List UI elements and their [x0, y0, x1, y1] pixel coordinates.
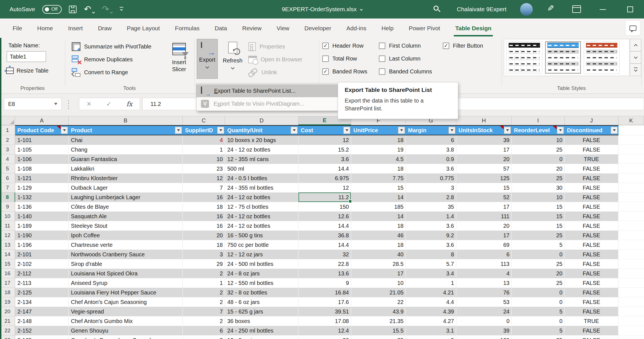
checkbox-first-column[interactable]: First Column — [379, 41, 432, 50]
table-header-unitprice[interactable]: UnitPrice — [351, 125, 406, 135]
cell-I6[interactable]: 25 — [512, 173, 565, 183]
cell-C22[interactable]: 6 — [183, 326, 225, 335]
cell-G14[interactable]: 8 — [406, 250, 456, 259]
row-header-3[interactable]: 3 — [0, 145, 15, 154]
tab-formulas[interactable]: Formulas — [167, 18, 207, 38]
cell-E14[interactable]: 32 — [298, 250, 351, 259]
row-header-10[interactable]: 10 — [0, 212, 15, 221]
resize-table-button[interactable]: Resize Table — [6, 68, 48, 74]
cell-I18[interactable]: 0 — [512, 288, 565, 297]
cell-D14[interactable]: 12 - 12 oz jars — [225, 250, 298, 259]
cell-E13[interactable]: 14.4 — [298, 240, 351, 250]
tab-home[interactable]: Home — [30, 18, 61, 38]
table-header-product[interactable]: Product — [69, 125, 183, 135]
autosave-toggle[interactable]: Off — [42, 5, 62, 14]
cell-F17[interactable]: 10 — [351, 278, 406, 288]
row-header-2[interactable]: 2 — [0, 135, 15, 145]
cell-J23[interactable]: FALSE — [565, 335, 618, 339]
cell-H18[interactable]: 76 — [456, 288, 512, 297]
column-header-A[interactable]: A — [15, 116, 69, 125]
cell-D7[interactable]: 24 - 355 ml bottles — [225, 183, 298, 192]
row-header-22[interactable]: 22 — [0, 326, 15, 335]
row-header-21[interactable]: 21 — [0, 316, 15, 326]
checkbox-icon[interactable] — [379, 55, 385, 62]
table-style-red-thumbnail[interactable] — [584, 41, 620, 74]
checkbox-header-row[interactable]: ✓Header Row — [322, 41, 367, 50]
cell-D2[interactable]: 10 boxes x 20 bags — [225, 135, 298, 145]
cell-G20[interactable]: 4.39 — [406, 307, 456, 316]
cell-B6[interactable]: Rhnbru Klosterbier — [69, 173, 183, 183]
cell-C11[interactable]: 16 — [183, 221, 225, 231]
cell-C6[interactable]: 12 — [183, 173, 225, 183]
cell-I3[interactable]: 25 — [512, 145, 565, 154]
cell-D12[interactable]: 16 - 500 g tins — [225, 231, 298, 240]
cell-C14[interactable]: 3 — [183, 250, 225, 259]
cell-J17[interactable]: FALSE — [565, 278, 618, 288]
summarize-with-pivottable-button[interactable]: Summarize with PivotTable — [72, 42, 151, 51]
column-header-H[interactable]: H — [456, 116, 512, 125]
cell-C13[interactable]: 18 — [183, 240, 225, 250]
cell-B9[interactable]: Côtes de Blaye — [69, 202, 183, 212]
cell-I2[interactable]: 10 — [512, 135, 565, 145]
row-header-18[interactable]: 18 — [0, 288, 15, 297]
cell-K15[interactable] — [618, 259, 644, 269]
row-header-23[interactable]: 23 — [0, 335, 15, 339]
cell-G21[interactable]: 4.27 — [406, 316, 456, 326]
cell-C10[interactable]: 16 — [183, 212, 225, 221]
cell-D10[interactable]: 24 - 12 oz bottles — [225, 212, 298, 221]
cell-G19[interactable]: 4.4 — [406, 297, 456, 307]
cell-D13[interactable]: 750 cc per bottle — [225, 240, 298, 250]
cell-K10[interactable] — [618, 212, 644, 221]
cell-I15[interactable]: 25 — [512, 259, 565, 269]
cell-F19[interactable]: 22 — [351, 297, 406, 307]
cell-I16[interactable]: 20 — [512, 269, 565, 278]
cell-A21[interactable]: 2-148 — [15, 316, 69, 326]
cell-K16[interactable] — [618, 269, 644, 278]
cell-G22[interactable]: 3.1 — [406, 326, 456, 335]
row-header-1[interactable]: 1 — [0, 125, 15, 135]
cell-K2[interactable] — [618, 135, 644, 145]
row-header-5[interactable]: 5 — [0, 164, 15, 173]
cell-E7[interactable]: 12 — [298, 183, 351, 192]
cell-I13[interactable]: 5 — [512, 240, 565, 250]
cell-F14[interactable]: 40 — [351, 250, 406, 259]
row-header-20[interactable]: 20 — [0, 307, 15, 316]
ribbon-display-options-icon[interactable] — [572, 5, 581, 13]
cell-H9[interactable]: 17 — [456, 202, 512, 212]
cell-E20[interactable]: 39.51 — [298, 307, 351, 316]
cell-J12[interactable]: FALSE — [565, 231, 618, 240]
cell-J10[interactable]: FALSE — [565, 212, 618, 221]
cell-E9[interactable]: 150 — [298, 202, 351, 212]
cell-H11[interactable]: 20 — [456, 221, 512, 231]
cell-K1[interactable] — [618, 125, 644, 135]
convert-to-range-button[interactable]: Convert to Range — [72, 68, 128, 77]
gallery-more-button[interactable] — [630, 64, 641, 76]
cell-B16[interactable]: Louisiana Hot Spiced Okra — [69, 269, 183, 278]
cell-I17[interactable]: 25 — [512, 278, 565, 288]
cell-H8[interactable]: 52 — [456, 192, 512, 202]
row-header-12[interactable]: 12 — [0, 231, 15, 240]
cell-K23[interactable] — [618, 335, 644, 339]
cell-J6[interactable]: FALSE — [565, 173, 618, 183]
cell-C5[interactable]: 23 — [183, 164, 225, 173]
checkbox-icon[interactable]: ✓ — [443, 43, 449, 49]
row-header-7[interactable]: 7 — [0, 183, 15, 192]
maximize-button[interactable] — [627, 6, 633, 12]
cell-D18[interactable]: 32 - 8 oz bottles — [225, 288, 298, 297]
cell-A22[interactable]: 2-152 — [15, 326, 69, 335]
checkbox-total-row[interactable]: Total Row — [322, 54, 367, 63]
cell-B2[interactable]: Chai — [69, 135, 183, 145]
cell-C2[interactable]: 4 — [183, 135, 225, 145]
tab-review[interactable]: Review — [235, 18, 269, 38]
cell-A6[interactable]: 1-121 — [15, 173, 69, 183]
cell-G8[interactable]: 2.8 — [406, 192, 456, 202]
cell-J9[interactable]: FALSE — [565, 202, 618, 212]
cell-J11[interactable]: FALSE — [565, 221, 618, 231]
row-header-19[interactable]: 19 — [0, 297, 15, 307]
undo-button[interactable]: ↶ — [84, 5, 94, 13]
cell-J2[interactable]: FALSE — [565, 135, 618, 145]
cell-I10[interactable]: 15 — [512, 212, 565, 221]
cell-D15[interactable]: 24 - 500 ml bottles — [225, 259, 298, 269]
cell-B5[interactable]: Lakkalikri — [69, 164, 183, 173]
undo-chevron-icon[interactable] — [92, 11, 95, 14]
